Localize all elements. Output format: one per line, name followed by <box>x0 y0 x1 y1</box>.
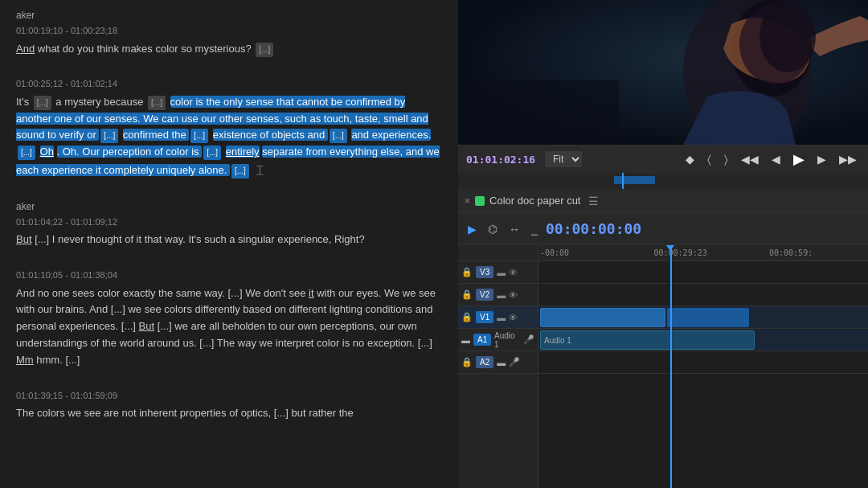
track-content-v3[interactable] <box>538 261 868 284</box>
lock-icon-v1[interactable]: 🔒 <box>461 312 473 322</box>
razor-tool-button[interactable]: ⌬ <box>485 221 501 237</box>
sequence-menu-icon[interactable]: ☰ <box>588 195 599 207</box>
text-span: a mystery because <box>55 96 146 108</box>
right-panel: 01:01:02:16 Fit ◆ 〈 〉 ◀◀ ◀ ▶ ▶ ▶▶ × Colo… <box>458 0 868 488</box>
mark-in-button[interactable]: ◆ <box>682 151 698 167</box>
ellipsis-badge: [...] <box>100 129 118 143</box>
selection-tool-button[interactable]: ▶ <box>465 221 480 237</box>
text-span: The colors we see are not inherent prope… <box>16 407 354 419</box>
timeline-tracks-container: 🔒 V3 ▬ 👁 🔒 V2 ▬ 👁 🔒 V1 ▬ 👁 <box>458 245 868 488</box>
text-span: Mm <box>16 354 34 366</box>
transcript-text-3: But [...] I never thought of it that way… <box>16 232 442 248</box>
video-clip-1[interactable] <box>540 308 665 327</box>
highlighted-text: . Oh. Our perception of color is <box>57 146 203 158</box>
audio-clip-label: Audio 1 <box>544 336 571 345</box>
track-content-a2[interactable] <box>538 351 868 374</box>
ripple-tool-button[interactable]: ↔ <box>506 221 523 237</box>
step-forward-frame-button[interactable]: ▶ <box>814 151 829 167</box>
ellipsis-badge: [...] <box>256 43 273 57</box>
timestamp-1: 01:00:19;10 - 01:00:23;18 <box>16 24 442 38</box>
track-header-a1: ▬ A1 Audio 1 🎤 <box>458 329 538 351</box>
ellipsis-badge: [...] <box>190 129 208 143</box>
ellipsis-badge: [...] <box>148 96 166 110</box>
transcript-panel: aker 01:00:19;10 - 01:00:23;18 And what … <box>0 0 458 488</box>
track-label-v2[interactable]: V2 <box>476 289 493 301</box>
track-content-v1[interactable] <box>538 306 868 329</box>
timestamp-2: 01:00:25;12 - 01:01:02;14 <box>16 77 442 91</box>
track-header-a2: 🔒 A2 ▬ 🎤 <box>458 351 538 374</box>
transcript-text-5: The colors we see are not inherent prope… <box>16 405 442 422</box>
text-span: And <box>16 43 35 55</box>
video-clip-2[interactable] <box>667 308 750 327</box>
timestamp-4: 01:01:10;05 - 01:01:38;04 <box>16 269 442 282</box>
fit-dropdown[interactable]: Fit <box>545 151 582 167</box>
timestamp-5: 01:01:39;15 - 01:01:59;09 <box>16 389 442 403</box>
highlighted-text: Oh <box>40 146 54 158</box>
track-meter-icon-a2: ▬ <box>497 358 506 367</box>
sequence-title: Color doc paper cut <box>489 195 580 207</box>
ellipsis-badge: [...] <box>34 96 51 110</box>
sequence-color-dot <box>475 196 485 206</box>
timeline-tools: ▶ ⌬ ↔ ⎯ 00:00:00:00 <box>458 213 868 245</box>
step-back-button[interactable]: ◀◀ <box>738 151 762 167</box>
text-span: But <box>16 233 32 245</box>
track-eye-icon-v1[interactable]: 👁 <box>509 313 518 322</box>
mark-out-button[interactable]: 〈 <box>704 151 714 168</box>
play-button[interactable]: ▶ <box>790 149 808 170</box>
lock-icon-v3[interactable]: 🔒 <box>461 267 473 277</box>
svg-point-6 <box>760 0 816 72</box>
track-label-a1[interactable]: A1 <box>473 334 491 346</box>
transcript-text-4: And no one sees color exactly the same w… <box>16 285 442 369</box>
lock-icon-a2[interactable]: 🔒 <box>461 357 473 367</box>
sequence-header: × Color doc paper cut ☰ <box>458 189 868 213</box>
timeline-playhead-line <box>670 245 672 488</box>
track-content-v2[interactable] <box>538 284 868 306</box>
timeline-selection <box>614 176 655 184</box>
slip-tool-button[interactable]: ⎯ <box>528 221 541 237</box>
ellipsis-badge: [...] <box>203 146 221 160</box>
timeline-playhead-marker <box>622 173 624 189</box>
text-span: [...] I never thought of it that way. It… <box>35 233 365 245</box>
transcript-block-4: 01:01:10;05 - 01:01:38;04 And no one see… <box>16 269 442 368</box>
track-header-v1: 🔒 V1 ▬ 👁 <box>458 306 538 329</box>
track-header-v3: 🔒 V3 ▬ 👁 <box>458 261 538 284</box>
timeline-ruler[interactable] <box>458 173 868 189</box>
svg-rect-2 <box>458 80 619 145</box>
timestamp-3: 01:01:04;22 - 01:01:09;12 <box>16 215 442 229</box>
track-eye-icon-v2[interactable]: 👁 <box>509 290 518 300</box>
sequence-panel: × Color doc paper cut ☰ ▶ ⌬ ↔ ⎯ 00:00:00… <box>458 189 868 488</box>
transcript-text-2: It's [...] a mystery because [...] color… <box>16 94 442 179</box>
ruler-label-end: 00:00:59: <box>769 248 813 257</box>
track-meter-icon-a1: ▬ <box>461 335 470 345</box>
step-back-frame-button[interactable]: ◀ <box>768 151 784 167</box>
track-content-a1[interactable]: Audio 1 <box>538 329 868 351</box>
audio-clip-1[interactable]: Audio 1 <box>540 330 755 350</box>
track-mic-icon-a1: 🎤 <box>523 334 534 345</box>
highlighted-text: confirmed the <box>123 129 189 141</box>
ellipsis-badge: [...] <box>231 164 249 178</box>
go-to-in-button[interactable]: 〉 <box>721 151 731 168</box>
playback-bar: 01:01:02:16 Fit ◆ 〈 〉 ◀◀ ◀ ▶ ▶ ▶▶ <box>458 145 868 173</box>
step-forward-button[interactable]: ▶▶ <box>836 151 860 167</box>
close-sequence-button[interactable]: × <box>465 195 470 207</box>
track-label-v1[interactable]: V1 <box>476 311 493 323</box>
track-label-v3[interactable]: V3 <box>476 266 493 278</box>
transcript-block-5: 01:01:39;15 - 01:01:59;09 The colors we … <box>16 389 442 422</box>
video-content-svg <box>458 0 868 145</box>
transcript-scroll[interactable]: aker 01:00:19;10 - 01:00:23;18 And what … <box>0 0 458 488</box>
track-label-a2[interactable]: A2 <box>476 356 493 368</box>
track-eye-icon-v3[interactable]: 👁 <box>509 268 518 277</box>
track-meter-icon-v3: ▬ <box>497 268 506 277</box>
text-span: It's <box>16 96 32 108</box>
lock-icon-v2[interactable]: 🔒 <box>461 289 473 300</box>
track-meter-icon-v2: ▬ <box>497 290 506 300</box>
highlighted-text: entirely <box>226 146 260 158</box>
track-headers: 🔒 V3 ▬ 👁 🔒 V2 ▬ 👁 🔒 V1 ▬ 👁 <box>458 245 538 488</box>
playback-timecode: 01:01:02:16 <box>466 154 538 166</box>
track-name-a1: Audio 1 <box>494 331 520 349</box>
timeline-content-ruler[interactable]: -00:00 00:00:29:23 00:00:59: <box>538 245 868 261</box>
highlighted-text: and experiences. <box>351 129 431 141</box>
ruler-spacer <box>458 245 538 261</box>
text-span: what do you think makes color so mysteri… <box>38 43 255 55</box>
speaker-label-3: aker <box>16 199 442 214</box>
